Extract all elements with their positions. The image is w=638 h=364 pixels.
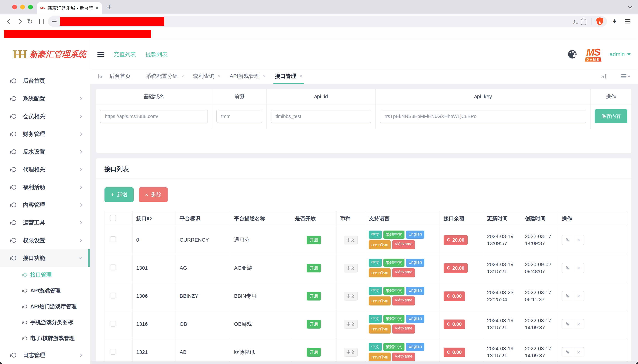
divider [591, 18, 592, 24]
select-all-checkbox[interactable] [110, 215, 116, 221]
edit-button[interactable]: ✎ [562, 319, 573, 329]
sidebar-item[interactable]: 日志管理 [0, 346, 90, 364]
sidebar-item[interactable]: 福利活动 [0, 178, 90, 196]
edit-button[interactable]: ✎ [562, 235, 573, 245]
url-bar[interactable]: ♪+ [48, 16, 607, 27]
sidebar-subitem[interactable]: 接口管理 [0, 267, 90, 283]
user-menu[interactable]: admin [610, 51, 630, 58]
delete-row-button[interactable]: × [573, 235, 584, 245]
share-icon[interactable] [581, 19, 586, 25]
menu-ring-icon [12, 185, 16, 190]
close-tab-icon[interactable]: × [95, 5, 98, 11]
column-header-action: 操作 [591, 89, 631, 104]
language-badge: ภาษาไทย [369, 296, 391, 306]
delete-row-button[interactable]: × [573, 291, 584, 301]
row-checkbox[interactable] [110, 349, 116, 354]
theme-palette-icon[interactable] [568, 50, 576, 58]
add-button[interactable]: + 新增 [104, 187, 134, 202]
coin-icon: C [447, 322, 450, 327]
row-checkbox[interactable] [110, 292, 116, 298]
horizontal-scrollbar[interactable] [90, 361, 638, 364]
sidebar-item[interactable]: 会员相关 [0, 108, 90, 125]
edit-button[interactable]: ✎ [562, 347, 573, 357]
forward-icon[interactable] [17, 19, 22, 24]
delete-row-button[interactable]: × [573, 347, 584, 357]
tab-search-chevron-icon[interactable] [628, 4, 632, 8]
scroll-tabs-right-icon[interactable]: » [601, 73, 606, 79]
admin-app: HH 新豪汇管理系统 后台首页 系统配置 [0, 40, 638, 364]
sidebar-item[interactable]: 内容管理 [0, 196, 90, 214]
page-tab[interactable]: 系统配置分组 × [146, 69, 184, 84]
close-tab-icon[interactable]: × [218, 74, 220, 79]
page-tab[interactable]: API游戏管理 × [230, 69, 266, 84]
chevron-icon [79, 221, 82, 224]
sidebar-subitem[interactable]: API游戏管理 [0, 283, 90, 299]
minimize-window-button[interactable] [20, 4, 25, 10]
delete-row-button[interactable]: × [573, 263, 584, 273]
api-key-input[interactable] [380, 110, 586, 123]
sidebar-item[interactable]: 后台首页 [0, 72, 90, 90]
language-badges: 中文繁體中文EnglishภาษาไทยViệtName [369, 258, 436, 278]
media-control-icon[interactable]: ♪+ [573, 18, 576, 24]
new-tab-button[interactable]: + [107, 3, 112, 11]
page-tab[interactable]: 后台首页 × [109, 69, 136, 84]
edit-button[interactable]: ✎ [562, 291, 573, 301]
language-badge: English [406, 343, 424, 351]
cell-platform-code: BBINZY [176, 282, 230, 310]
sidebar-subitem[interactable]: 电子/棋牌游戏管理 [0, 330, 90, 346]
menu-ring-icon [12, 78, 16, 83]
scroll-tabs-left-icon[interactable]: « [98, 73, 103, 79]
tab-options-icon[interactable] [621, 74, 630, 78]
sidebar-item[interactable]: 接口功能 [0, 249, 90, 267]
bookmark-icon[interactable] [39, 19, 44, 24]
username: admin [610, 51, 625, 58]
header-link-withdraw[interactable]: 提款列表 [146, 50, 168, 58]
delete-row-button[interactable]: × [573, 319, 584, 329]
base-domain-input[interactable] [100, 110, 208, 123]
page-tab[interactable]: 接口管理 × [275, 69, 302, 84]
row-checkbox[interactable] [110, 320, 116, 326]
cell-interface-id: 1306 [132, 282, 176, 310]
sidebar-item[interactable]: 运营工具 [0, 214, 90, 232]
close-tab-icon[interactable]: × [300, 74, 302, 79]
brave-shield-icon[interactable] [596, 17, 603, 26]
sidebar-subitem[interactable]: 手机游戏分类图标 [0, 314, 90, 330]
close-tab-icon[interactable]: × [263, 74, 266, 79]
browser-menu-icon[interactable] [625, 20, 630, 24]
currency-badge: 中文 [344, 292, 358, 300]
back-icon[interactable] [7, 19, 12, 24]
pencil-icon: ✎ [566, 293, 570, 299]
edit-button[interactable]: ✎ [562, 263, 573, 273]
sidebar-item[interactable]: 系统配置 [0, 90, 90, 108]
delete-button[interactable]: × 删除 [139, 187, 168, 202]
close-tab-icon[interactable]: × [181, 74, 184, 79]
sidebar-item[interactable]: 代理相关 [0, 160, 90, 178]
browser-tab[interactable]: MS 新豪汇娱乐城 - 后台管理系统 × [37, 2, 102, 14]
site-settings-icon[interactable] [52, 19, 56, 24]
row-checkbox[interactable] [110, 264, 116, 270]
collapse-sidebar-icon[interactable] [98, 52, 104, 57]
sidebar-item[interactable]: 财务管理 [0, 125, 90, 143]
balance-badge: C 0.00 [444, 292, 465, 301]
maximize-window-button[interactable] [28, 4, 33, 10]
row-checkbox[interactable] [110, 236, 116, 242]
header-link-recharge[interactable]: 充值列表 [114, 50, 136, 58]
page-tab[interactable]: 套利查询 × [193, 69, 220, 84]
sidebar-menu-bottom: 日志管理 [0, 346, 90, 364]
chevron-icon [79, 168, 82, 171]
close-window-button[interactable] [12, 4, 17, 10]
menu-ring-icon [12, 220, 16, 225]
sidebar-subitem[interactable]: API热门游戏厅管理 [0, 299, 90, 314]
leo-ai-icon[interactable]: ✦ [612, 18, 617, 25]
save-button[interactable]: 保存内容 [595, 109, 627, 123]
sidebar-item[interactable]: 权限设置 [0, 232, 90, 249]
api-config-card: 基础域名 前缀 api_id api_key 操作 保存内容 [96, 89, 631, 153]
api-id-input[interactable] [271, 110, 371, 123]
reload-icon[interactable]: ↻ [27, 18, 33, 25]
x-icon: × [577, 265, 580, 271]
menu-ring-icon [12, 238, 16, 243]
prefix-input[interactable] [216, 110, 262, 123]
page-tabbar: « 后台首页 × 系统配置分组 × [90, 69, 638, 84]
sidebar-item[interactable]: 反水设置 [0, 143, 90, 160]
site-favicon: MS [40, 6, 45, 11]
